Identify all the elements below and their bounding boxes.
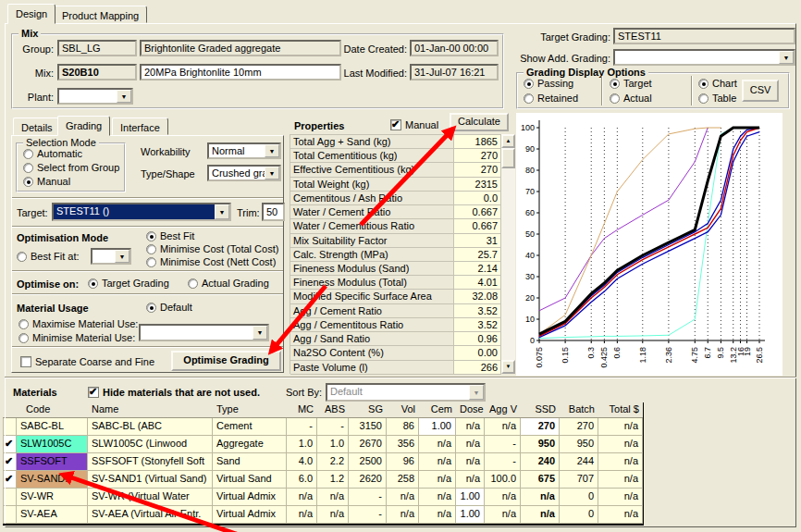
hide-materials-checkbox[interactable]	[88, 387, 99, 398]
radio-manual[interactable]: Manual	[23, 176, 70, 188]
radio-minimise-total-cost-indicator[interactable]	[146, 244, 156, 254]
radio-actual-grading-indicator[interactable]	[188, 278, 198, 289]
table-right-border	[643, 402, 644, 525]
trim-input[interactable]: 50	[262, 203, 285, 221]
show-add-grading-label: Show Add. Grading:	[514, 53, 610, 65]
best-fit-at-combobox[interactable]: ▼	[91, 248, 131, 265]
target-combobox-arrow-icon[interactable]: ▼	[215, 204, 229, 219]
radio-best-fit-indicator[interactable]	[146, 231, 156, 241]
best-fit-at-value	[92, 250, 115, 263]
radio-retained-label: Retained	[537, 93, 578, 104]
target-combobox[interactable]: STEST11 () ▼	[52, 203, 231, 221]
radio-default-usage-indicator[interactable]	[146, 303, 156, 313]
radio-automatic-label: Automatic	[37, 148, 82, 159]
show-add-grading-combobox[interactable]: ▼	[613, 49, 795, 66]
radio-target-label: Target	[623, 78, 652, 89]
radio-target-grading[interactable]: Target Grading	[88, 278, 169, 290]
tab-grading[interactable]: Grading	[57, 116, 110, 136]
radio-retained-indicator[interactable]	[524, 93, 534, 104]
radio-passing-label: Passing	[537, 78, 573, 89]
date-created-field: 01-Jan-00 00:00	[410, 40, 499, 56]
type-shape-arrow-icon[interactable]: ▼	[265, 167, 279, 179]
radio-automatic-indicator[interactable]	[23, 149, 33, 159]
manual-item[interactable]: Manual	[390, 119, 438, 131]
radio-minimise-total-cost[interactable]: Minimise Cost (Total Cost)	[146, 243, 278, 255]
mix-label: Mix:	[15, 68, 54, 80]
type-shape-combobox[interactable]: Crushed grade ▼	[207, 165, 281, 181]
tab-interface[interactable]: Interface	[112, 118, 168, 135]
workability-arrow-icon[interactable]: ▼	[265, 144, 279, 157]
radio-default-usage-label: Default	[160, 302, 192, 313]
optimise-on-label: Optimise on:	[17, 278, 79, 291]
radio-minimise-material[interactable]: Minimise Material Use:	[18, 332, 135, 344]
workability-combobox[interactable]: Normal ▼	[207, 142, 281, 159]
group-code-field[interactable]: SBL_LG	[57, 40, 137, 56]
grading-display-options-label: Grading Display Options	[524, 67, 648, 78]
best-fit-at-arrow-icon[interactable]: ▼	[115, 250, 129, 263]
mix-code-field[interactable]: S20B10	[57, 64, 137, 80]
radio-automatic[interactable]: Automatic	[23, 148, 82, 160]
radio-actual-grading[interactable]: Actual Grading	[188, 278, 269, 290]
radio-minimise-nett-cost[interactable]: Minimise Cost (Nett Cost)	[146, 256, 276, 268]
section-separator-4	[12, 293, 283, 295]
radio-table-indicator[interactable]	[698, 93, 709, 104]
section-separator-3	[12, 270, 283, 272]
radio-select-from-group[interactable]: Select from Group	[23, 162, 119, 174]
radio-maximise-material[interactable]: Maximise Material Use:	[18, 318, 138, 330]
tab-product-mapping[interactable]: Product Mapping	[54, 6, 147, 23]
manual-checkbox[interactable]	[390, 119, 401, 130]
radio-default-usage[interactable]: Default	[146, 302, 192, 314]
radio-target[interactable]: Target	[610, 78, 652, 90]
radio-best-fit-at[interactable]: Best Fit at:	[17, 251, 80, 263]
calculate-button[interactable]: Calculate	[450, 113, 509, 131]
radio-select-from-group-indicator[interactable]	[23, 163, 33, 173]
radio-minimise-nett-cost-label: Minimise Cost (Nett Cost)	[160, 256, 276, 267]
radio-table[interactable]: Table	[698, 93, 736, 105]
radio-manual-indicator[interactable]	[23, 177, 33, 187]
radio-retained[interactable]: Retained	[524, 93, 578, 105]
separate-coarse-fine-checkbox[interactable]	[20, 356, 31, 367]
radio-target-grading-indicator[interactable]	[88, 278, 98, 289]
plant-label: Plant:	[15, 92, 54, 104]
table-bottom-border	[3, 524, 644, 526]
radio-chart-label: Chart	[712, 78, 737, 89]
mix-description-field[interactable]: 20MPa Brightonlite 10mm	[140, 64, 341, 80]
target-grading-label: Target Grading:	[527, 31, 610, 43]
target-label: Target:	[17, 207, 48, 219]
radio-table-label: Table	[712, 93, 736, 104]
radio-chart-indicator[interactable]	[698, 79, 709, 89]
separate-coarse-fine-item[interactable]: Separate Coarse and Fine	[20, 356, 154, 368]
radio-passing-indicator[interactable]	[524, 79, 534, 89]
tab-design[interactable]: Design	[7, 4, 55, 24]
last-modified-field: 31-Jul-07 16:21	[410, 64, 499, 80]
radio-actual-indicator[interactable]	[610, 93, 620, 104]
material-usage-combobox[interactable]: ▼	[139, 324, 269, 341]
material-usage-value	[141, 326, 253, 340]
type-shape-value: Crushed grade	[209, 167, 265, 179]
radio-best-fit-label: Best Fit	[160, 230, 194, 241]
display-options-separator2	[691, 76, 693, 105]
radio-minimise-nett-cost-indicator[interactable]	[146, 257, 156, 267]
hide-materials-item[interactable]: Hide materials that are not used.	[88, 387, 260, 399]
trim-label: Trim:	[237, 207, 260, 219]
tab-details[interactable]: Details	[13, 118, 61, 135]
workability-label: Workability	[141, 146, 191, 158]
plant-combobox[interactable]: ▼	[57, 88, 133, 105]
plant-combobox-arrow-icon[interactable]: ▼	[117, 90, 131, 103]
radio-actual[interactable]: Actual	[610, 93, 652, 105]
radio-best-fit-at-indicator[interactable]	[17, 252, 27, 262]
csv-button[interactable]: CSV	[742, 80, 779, 102]
radio-chart[interactable]: Chart	[698, 78, 737, 90]
radio-best-fit[interactable]: Best Fit	[146, 230, 194, 242]
radio-passing[interactable]: Passing	[524, 78, 573, 90]
show-add-grading-arrow-icon[interactable]: ▼	[779, 51, 794, 64]
radio-target-grading-label: Target Grading	[102, 278, 169, 289]
group-description-field[interactable]: Brightonlite Graded aggregate	[140, 40, 341, 56]
radio-target-indicator[interactable]	[610, 79, 620, 89]
optimise-grading-button[interactable]: Optimise Grading	[171, 351, 281, 371]
radio-actual-grading-label: Actual Grading	[202, 278, 269, 289]
radio-select-from-group-label: Select from Group	[37, 162, 119, 173]
radio-maximise-material-indicator[interactable]	[18, 319, 29, 329]
radio-minimise-material-indicator[interactable]	[18, 333, 29, 343]
material-usage-arrow-icon[interactable]: ▼	[253, 326, 267, 340]
